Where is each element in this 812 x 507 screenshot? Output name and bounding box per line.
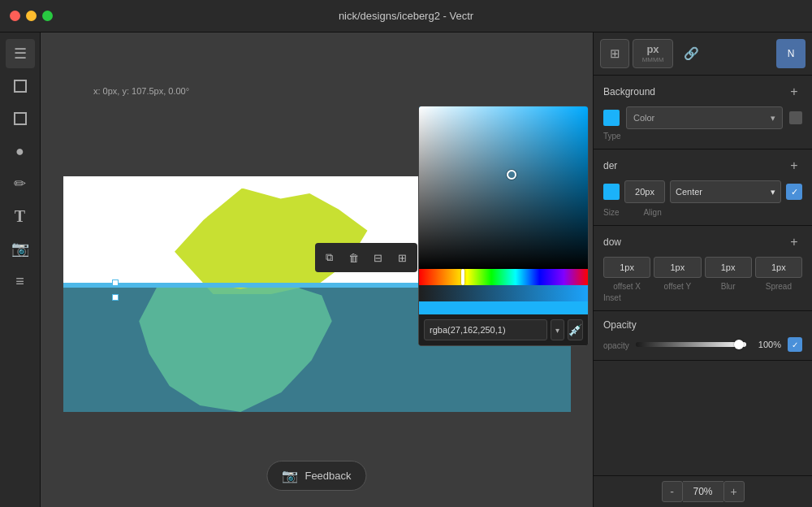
flip-v-icon: ⊟ <box>374 252 382 264</box>
layers-tool[interactable]: ≡ <box>6 266 35 296</box>
feedback-label: Feedback <box>304 470 351 482</box>
background-type-label: Color <box>633 113 654 123</box>
color-picker-bottom: ▾ 💉 <box>419 314 588 345</box>
eyedropper-button[interactable]: 💉 <box>568 319 583 340</box>
alpha-bar[interactable] <box>419 285 588 301</box>
opacity-check[interactable]: ✓ <box>788 337 802 352</box>
opacity-slider[interactable] <box>636 342 746 347</box>
background-type-label: Type <box>603 132 802 141</box>
camera-tool[interactable]: 📷 <box>6 234 35 263</box>
canvas-wrapper: x: 0px, y: 107.5px, 0.00° <box>41 32 593 507</box>
object-toolbar: ⧉ 🗑 ⊟ ⊞ <box>315 243 417 272</box>
shadow-section: dow + offset X offset Y Blur Sp <box>594 226 812 311</box>
copy-button[interactable]: ⧉ <box>318 246 341 269</box>
selection-handle-bottom-left[interactable] <box>112 294 119 301</box>
select-tool[interactable] <box>6 72 35 101</box>
ellipse-icon: ● <box>15 144 24 158</box>
opacity-section: Opacity opacity 100% ✓ <box>594 311 812 361</box>
main-layout: ☰ ● ✏ T 📷 ≡ x: 0px, y: 107.5px, 0.00° <box>0 32 812 507</box>
shadow-spread[interactable] <box>755 257 802 278</box>
maximize-button[interactable] <box>42 11 53 21</box>
user-avatar[interactable]: N <box>776 39 806 68</box>
left-sidebar: ☰ ● ✏ T 📷 ≡ <box>0 32 41 507</box>
eyedropper-icon: 💉 <box>568 323 582 336</box>
px-unit-button[interactable]: px MMMM <box>633 39 673 68</box>
shadow-blur[interactable] <box>705 257 752 278</box>
zoom-in-button[interactable]: + <box>723 481 745 502</box>
border-align-label: Align <box>643 208 661 217</box>
background-color-swatch[interactable] <box>603 110 620 126</box>
shadow-offset-x-label: offset X <box>613 282 641 291</box>
opacity-thumb[interactable] <box>734 340 744 349</box>
shadow-blur-group: Blur <box>705 257 752 291</box>
px-label: px <box>646 43 659 56</box>
rect-tool[interactable] <box>6 104 35 133</box>
border-check-button[interactable]: ✓ <box>786 184 802 200</box>
position-label: x: 0px, y: 107.5px, 0.00° <box>93 86 189 96</box>
link-button[interactable]: 🔗 <box>676 39 706 68</box>
border-header: der + <box>603 158 802 174</box>
window-title: nick/designs/iceberg2 - Vectr <box>339 10 473 22</box>
menu-button[interactable]: ☰ <box>6 39 35 68</box>
shadow-offset-y-group: offset Y <box>654 257 701 291</box>
picker-cursor[interactable] <box>507 170 516 180</box>
shadow-offset-y[interactable] <box>654 257 701 278</box>
selection-handle-left[interactable] <box>112 280 119 286</box>
border-color-swatch[interactable] <box>603 184 620 200</box>
canvas-area[interactable]: x: 0px, y: 107.5px, 0.00° <box>41 32 593 507</box>
shadow-offset-y-label: offset Y <box>664 282 692 291</box>
grid-view-button[interactable]: ⊞ <box>600 39 629 68</box>
border-title: der <box>603 160 617 171</box>
hue-gradient <box>419 269 588 285</box>
pen-tool[interactable]: ✏ <box>6 169 35 198</box>
check-icon: ✓ <box>792 340 798 349</box>
border-size-label: Size <box>603 208 619 217</box>
hue-bar[interactable] <box>419 269 588 285</box>
feedback-button[interactable]: 📷 Feedback <box>266 461 366 491</box>
shadow-add-button[interactable]: + <box>786 234 802 250</box>
close-button[interactable] <box>10 11 20 21</box>
color-swatch <box>419 301 588 314</box>
px-sublabel: MMMM <box>642 56 664 64</box>
minimize-button[interactable] <box>26 11 37 21</box>
opacity-row: opacity 100% ✓ <box>603 337 802 352</box>
background-header: Background + <box>603 84 802 100</box>
background-add-button[interactable]: + <box>786 84 802 100</box>
opacity-title: Opacity <box>603 319 637 331</box>
opacity-header: Opacity <box>603 319 802 331</box>
zoom-value: 70% <box>683 481 723 502</box>
background-toggle[interactable] <box>789 111 802 124</box>
hue-slider-thumb[interactable] <box>461 269 464 285</box>
border-size-input[interactable] <box>624 180 665 203</box>
border-add-button[interactable]: + <box>786 158 802 174</box>
shadow-offset-x-group: offset X <box>603 257 650 291</box>
opacity-value: 100% <box>753 340 781 349</box>
color-gradient-area[interactable] <box>419 106 588 269</box>
background-type-dropdown[interactable]: Color ▾ <box>626 106 783 129</box>
chevron-down-icon: ▾ <box>555 326 559 335</box>
border-row: Center ▾ ✓ <box>603 180 802 203</box>
camera-icon: 📷 <box>11 240 29 258</box>
select-icon <box>14 80 27 93</box>
zoom-out-button[interactable]: - <box>662 481 683 502</box>
menu-icon: ☰ <box>14 45 27 63</box>
background-title: Background <box>603 86 655 98</box>
text-tool[interactable]: T <box>6 202 35 231</box>
more-button[interactable]: ⊞ <box>391 246 414 269</box>
border-section: der + Center ▾ ✓ Size Align <box>594 150 812 226</box>
opacity-label: opacity <box>603 341 629 350</box>
ellipse-tool[interactable]: ● <box>6 136 35 166</box>
shadow-spread-group: Spread <box>755 257 802 291</box>
feedback-icon: 📷 <box>282 468 298 483</box>
color-value-input[interactable] <box>424 319 547 340</box>
border-align-dropdown[interactable]: Center ▾ <box>670 180 781 203</box>
background-section: Background + Color ▾ Type <box>594 76 812 150</box>
delete-button[interactable]: 🗑 <box>343 246 365 269</box>
layers-icon: ≡ <box>15 273 24 290</box>
check-icon: ✓ <box>791 187 798 197</box>
flip-v-button[interactable]: ⊟ <box>367 246 390 269</box>
right-panel-toolbar: ⊞ px MMMM 🔗 N <box>594 32 812 76</box>
color-format-dropdown[interactable]: ▾ <box>551 319 564 340</box>
shadow-offset-x[interactable] <box>603 257 650 278</box>
background-row: Color ▾ <box>603 106 802 129</box>
